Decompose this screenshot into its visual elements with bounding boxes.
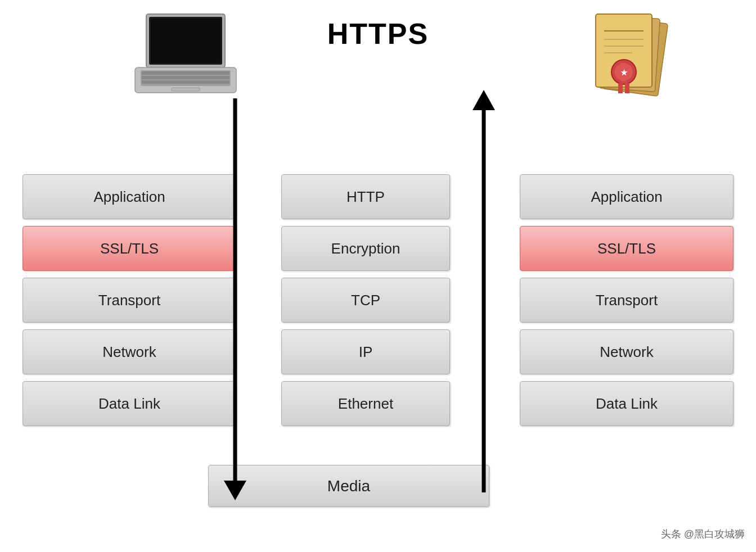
middle-ip-layer: IP (281, 329, 450, 374)
left-ssl-tls-layer: SSL/TLS (22, 226, 236, 271)
right-transport-layer: Transport (520, 278, 734, 323)
right-ssl-tls-layer: SSL/TLS (520, 226, 734, 271)
middle-ethernet-layer: Ethernet (281, 381, 450, 426)
right-data-link-layer: Data Link (520, 381, 734, 426)
left-data-link-layer: Data Link (22, 381, 236, 426)
watermark: 头条 @黑白攻城狮 (661, 527, 745, 541)
svg-rect-19 (618, 83, 623, 93)
left-transport-layer: Transport (22, 278, 236, 323)
middle-column: HTTP Encryption TCP IP Ethernet (281, 174, 450, 433)
certificate-icon: ★ (576, 6, 672, 104)
svg-rect-7 (142, 80, 230, 84)
right-application-layer: Application (520, 174, 734, 219)
svg-text:★: ★ (620, 68, 628, 77)
middle-tcp-layer: TCP (281, 278, 450, 323)
right-network-layer: Network (520, 329, 734, 374)
laptop-icon (129, 11, 242, 98)
media-box: Media (208, 465, 489, 507)
right-column: Application SSL/TLS Transport Network Da… (520, 174, 734, 433)
svg-rect-8 (172, 88, 200, 91)
middle-http-layer: HTTP (281, 174, 450, 219)
left-application-layer: Application (22, 174, 236, 219)
main-container: HTTPS (0, 0, 756, 552)
svg-marker-24 (472, 90, 495, 110)
svg-rect-20 (625, 83, 629, 93)
svg-rect-6 (142, 76, 230, 79)
svg-rect-2 (151, 19, 220, 63)
left-column: Application SSL/TLS Transport Network Da… (22, 174, 236, 433)
middle-encryption-layer: Encryption (281, 226, 450, 271)
media-label: Media (327, 477, 370, 495)
left-network-layer: Network (22, 329, 236, 374)
page-title: HTTPS (327, 17, 429, 51)
svg-rect-5 (142, 71, 230, 75)
